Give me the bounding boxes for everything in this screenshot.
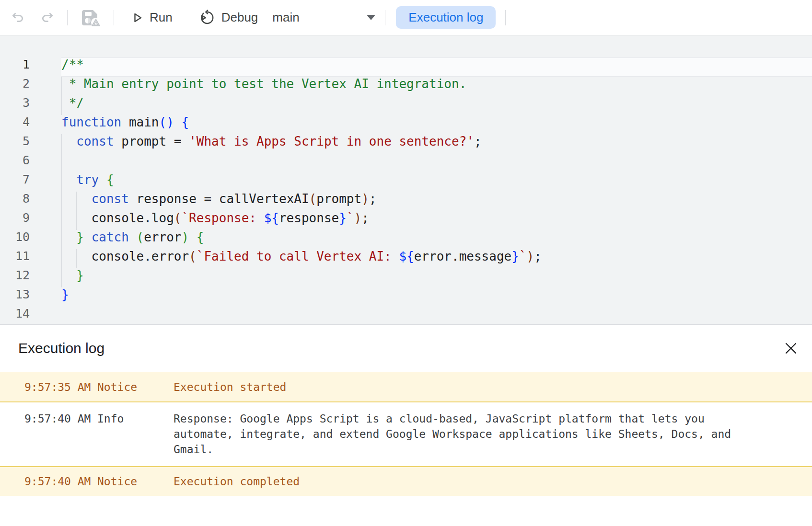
save-button[interactable] <box>77 5 104 30</box>
debug-button-label: Debug <box>221 10 258 25</box>
toolbar-divider <box>385 10 385 25</box>
line-number[interactable]: 7 <box>0 172 54 192</box>
code-line[interactable]: 4function main() { <box>0 115 812 134</box>
code-line[interactable]: 10 } catch (error) { <box>0 230 812 249</box>
indent-guide <box>61 77 62 96</box>
code-line-text: const response = callVertexAI(prompt); <box>61 192 812 211</box>
code-line-text: */ <box>61 96 812 115</box>
line-number[interactable]: 10 <box>0 230 54 249</box>
code-line[interactable]: 12 } <box>0 268 812 287</box>
line-number[interactable]: 13 <box>0 287 54 307</box>
indent-guide <box>61 153 62 172</box>
log-msg: Response: Google Apps Script is a cloud-… <box>174 411 744 457</box>
log-level: Notice <box>97 379 174 395</box>
code-line[interactable]: 6 <box>0 153 812 172</box>
code-line[interactable]: 7 try { <box>0 172 812 192</box>
debug-button[interactable]: Debug <box>193 6 265 30</box>
line-number[interactable]: 2 <box>0 77 54 96</box>
code-line[interactable]: 2 * Main entry point to test the Vertex … <box>0 77 812 96</box>
line-number[interactable]: 11 <box>0 249 54 268</box>
code-line-text <box>61 153 812 172</box>
indent-guide <box>61 249 62 268</box>
code-line-text: console.log(`Response: ${response}`); <box>61 211 812 230</box>
indent-guide <box>76 249 77 268</box>
chevron-down-caret-icon <box>367 15 375 20</box>
indent-guide <box>61 230 62 249</box>
undo-button[interactable] <box>8 8 28 28</box>
code-line-text: } catch (error) { <box>61 230 812 249</box>
code-line[interactable]: 8 const response = callVertexAI(prompt); <box>0 192 812 211</box>
line-number[interactable]: 9 <box>0 211 54 230</box>
indent-guide <box>76 192 77 211</box>
code-line[interactable]: 9 console.log(`Response: ${response}`); <box>0 211 812 230</box>
debug-restart-play-icon <box>199 10 216 26</box>
indent-guide <box>61 134 62 153</box>
toolbar-divider <box>67 10 68 25</box>
save-floppy-warning-icon <box>80 8 101 27</box>
execution-log-header: Execution log <box>0 325 812 372</box>
execution-log-rows: 9:57:35 AMNoticeExecution started9:57:40… <box>0 372 812 496</box>
log-row: 9:57:40 AMNoticeExecution completed <box>0 466 812 496</box>
indent-guide <box>76 211 77 230</box>
indent-guide <box>61 172 62 192</box>
undo-arrow-icon <box>11 11 25 25</box>
execution-log-title: Execution log <box>18 340 104 356</box>
code-line-text <box>61 307 812 326</box>
function-selector-value: main <box>272 10 299 25</box>
line-number[interactable]: 8 <box>0 192 54 211</box>
code-line[interactable]: 1/** <box>0 57 812 77</box>
log-msg: Execution completed <box>174 474 300 489</box>
toolbar-divider <box>505 10 506 25</box>
code-line-text: } <box>61 268 812 287</box>
line-number[interactable]: 6 <box>0 153 54 172</box>
code-line[interactable]: 5 const prompt = 'What is Apps Script in… <box>0 134 812 153</box>
code-line[interactable]: 3 */ <box>0 96 812 115</box>
indent-guide <box>61 96 62 115</box>
code-line-text: function main() { <box>61 115 812 134</box>
indent-guide <box>61 268 62 287</box>
log-time: 9:57:35 AM <box>0 379 97 395</box>
execution-log-panel: Execution log 9:57:35 AMNoticeExecution … <box>0 325 812 496</box>
log-time: 9:57:40 AM <box>0 474 97 489</box>
code-line[interactable]: 13} <box>0 287 812 307</box>
execution-log-button[interactable]: Execution log <box>396 6 496 29</box>
code-line[interactable]: 11 console.error(`Failed to call Vertex … <box>0 249 812 268</box>
code-line[interactable]: 14 <box>0 307 812 326</box>
line-number[interactable]: 4 <box>0 115 54 134</box>
line-number[interactable]: 3 <box>0 96 54 115</box>
line-number[interactable]: 12 <box>0 268 54 287</box>
close-button[interactable] <box>780 338 801 359</box>
code-line-text: try { <box>61 172 812 192</box>
log-row: 9:57:35 AMNoticeExecution started <box>0 372 812 402</box>
code-line-text: console.error(`Failed to call Vertex AI:… <box>61 249 812 268</box>
log-time: 9:57:40 AM <box>0 411 97 426</box>
indent-guide <box>61 211 62 230</box>
log-level: Info <box>97 411 174 426</box>
indent-guide <box>61 192 62 211</box>
play-outline-icon <box>130 11 144 24</box>
log-msg: Execution started <box>174 379 286 395</box>
code-line-text: * Main entry point to test the Vertex AI… <box>61 77 812 96</box>
line-number[interactable]: 1 <box>0 57 54 77</box>
run-button[interactable]: Run <box>124 6 179 29</box>
toolbar-divider <box>114 10 114 25</box>
log-row: 9:57:40 AMInfoResponse: Google Apps Scri… <box>0 402 812 466</box>
code-line-text: const prompt = 'What is Apps Script in o… <box>61 134 812 153</box>
log-level: Notice <box>97 474 174 489</box>
redo-arrow-icon <box>40 11 55 25</box>
code-editor[interactable]: 1/**2 * Main entry point to test the Ver… <box>0 35 812 325</box>
line-number[interactable]: 5 <box>0 134 54 153</box>
redo-button[interactable] <box>37 8 58 28</box>
close-x-icon <box>784 342 798 355</box>
run-button-label: Run <box>150 10 173 25</box>
toolbar: Run Debug main Execution log <box>0 0 812 35</box>
line-number[interactable]: 14 <box>0 307 54 326</box>
code-line-text: } <box>61 287 812 307</box>
code-line-text: /** <box>61 57 812 77</box>
code-lines: 1/**2 * Main entry point to test the Ver… <box>0 57 812 326</box>
function-selector-dropdown[interactable]: main <box>272 10 375 25</box>
